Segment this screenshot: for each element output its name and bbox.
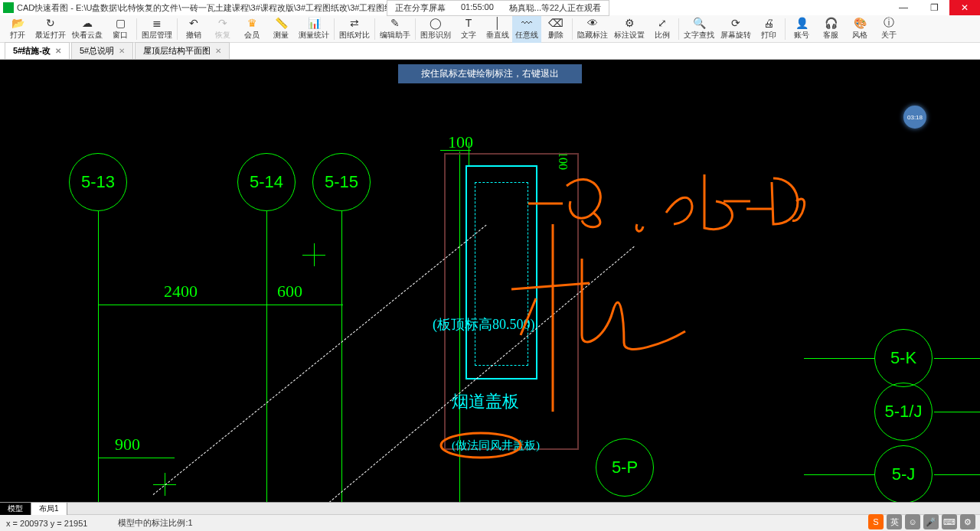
eraser-icon: ⌫ <box>549 18 563 28</box>
text-button[interactable]: T文字 <box>454 15 483 43</box>
share-status: 正在分享屏幕 <box>395 2 446 14</box>
tick <box>440 150 471 151</box>
close-icon[interactable]: ✕ <box>119 47 125 55</box>
cad-label: (做法同风井盖板) <box>452 438 540 453</box>
freeline-icon: 〰 <box>520 18 534 28</box>
layers-icon: ≣ <box>150 18 164 28</box>
cloud-icon: ☁ <box>80 18 94 28</box>
vline-icon: │ <box>491 18 505 28</box>
vline-button[interactable]: │垂直线 <box>483 15 512 43</box>
recent-button[interactable]: ↻最近打开 <box>32 15 69 43</box>
layout-tab[interactable]: 布局1 <box>31 503 67 515</box>
grid-line <box>98 211 99 502</box>
user-icon: 👤 <box>795 18 808 28</box>
hide-anno-button[interactable]: 👁隐藏标注 <box>574 15 611 43</box>
scale-info: 模型中的标注比例:1 <box>118 517 192 529</box>
grid-line <box>341 211 342 502</box>
mode-hint: 按住鼠标左键绘制标注，右键退出 <box>398 64 582 83</box>
edit-help-button[interactable]: ✎编辑助手 <box>377 15 413 43</box>
slab-opening <box>475 182 528 366</box>
undo-button[interactable]: ↶撤销 <box>179 15 208 43</box>
settings-icon: ⚙ <box>622 18 636 28</box>
compare-button[interactable]: ⇄图纸对比 <box>336 15 373 43</box>
headset-icon: 🎧 <box>824 18 838 28</box>
shape-rec-button[interactable]: ◯图形识别 <box>417 15 454 43</box>
grid-bubble: 5-14 <box>237 153 296 211</box>
shape-icon: ◯ <box>429 18 443 28</box>
grid-bubble: 5-1/J <box>874 383 933 441</box>
share-viewers: 杨真聪...等22人正在观看 <box>509 2 601 14</box>
main-toolbar: 📂打开 ↻最近打开 ☁快看云盘 ▢窗口 ≣图层管理 ↶撤销 ↷恢复 ♛会员 📏测… <box>0 15 980 43</box>
cad-label: 烟道盖板 <box>452 390 519 413</box>
ime-sogou-icon[interactable]: S <box>868 514 884 529</box>
dim-value: 900 <box>115 435 140 454</box>
minimize-button[interactable]: — <box>888 0 919 15</box>
about-button[interactable]: ⓘ关于 <box>874 15 903 43</box>
compare-icon: ⇄ <box>348 18 361 28</box>
print-button[interactable]: 🖨打印 <box>754 15 783 43</box>
ime-emoji-icon[interactable]: ☺ <box>905 514 920 529</box>
drawing-canvas[interactable]: 按住鼠标左键绘制标注，右键退出 03:18 5-13 5-14 5-15 5-K… <box>0 60 980 502</box>
anyline-button[interactable]: 〰任意线 <box>512 15 541 43</box>
close-icon[interactable]: ✕ <box>55 47 61 55</box>
rotate-button[interactable]: ⟳屏幕旋转 <box>717 15 754 43</box>
tab-3[interactable]: 屋顶层结构平面图✕ <box>135 42 230 59</box>
ratio-icon: ⤢ <box>655 18 669 28</box>
vip-button[interactable]: ♛会员 <box>237 15 266 43</box>
maximize-button[interactable]: ❐ <box>919 0 949 15</box>
cross-mark <box>302 243 325 266</box>
grid-line <box>266 211 267 502</box>
cloud-button[interactable]: ☁快看云盘 <box>69 15 106 43</box>
grid-line <box>804 358 874 359</box>
close-icon[interactable]: ✕ <box>215 47 221 55</box>
grid-bubble: 5-P <box>596 438 654 497</box>
ime-settings-icon[interactable]: ⚙ <box>960 514 975 529</box>
style-button[interactable]: 🎨风格 <box>845 15 874 43</box>
anno-set-button[interactable]: ⚙标注设置 <box>611 15 648 43</box>
hide-icon: 👁 <box>586 18 599 28</box>
info-icon: ⓘ <box>882 18 896 28</box>
measure-button[interactable]: 📏测量 <box>266 15 296 43</box>
layer-button[interactable]: ≣图层管理 <box>139 15 175 43</box>
text-icon: T <box>462 18 475 28</box>
model-tab[interactable]: 模型 <box>0 503 31 515</box>
grid-line <box>804 474 874 475</box>
redo-button[interactable]: ↷恢复 <box>208 15 237 43</box>
undo-icon: ↶ <box>187 18 201 28</box>
dim-line <box>98 305 343 305</box>
edit-icon: ✎ <box>388 18 402 28</box>
ime-toolbar[interactable]: S 英 ☺ 🎤 ⌨ ⚙ <box>868 514 975 529</box>
stats-icon: 📊 <box>307 18 321 28</box>
history-icon: ↻ <box>44 18 57 28</box>
window-icon: ▢ <box>113 18 127 28</box>
ime-voice-icon[interactable]: 🎤 <box>923 514 939 529</box>
ime-lang-button[interactable]: 英 <box>887 514 902 529</box>
window-controls: — ❐ ✕ <box>888 0 980 15</box>
window-button[interactable]: ▢窗口 <box>106 15 135 43</box>
rotate-icon: ⟳ <box>729 18 743 28</box>
palette-icon: 🎨 <box>853 18 867 28</box>
ratio-button[interactable]: ⤢比例 <box>648 15 677 43</box>
tab-1[interactable]: 5#结施-改✕ <box>5 42 70 59</box>
account-button[interactable]: 👤账号 <box>787 15 816 43</box>
text-search-button[interactable]: 🔍文字查找 <box>681 15 717 43</box>
close-button[interactable]: ✕ <box>949 0 980 15</box>
grid-line <box>934 358 980 359</box>
screen-share-banner: 正在分享屏幕 01:55:00 杨真聪...等22人正在观看 <box>387 0 609 16</box>
ime-keyboard-icon[interactable]: ⌨ <box>942 514 957 529</box>
tab-2[interactable]: 5#总说明✕ <box>71 42 133 59</box>
window-title: CAD快速看图 - E:\U盘数据\比特恢复的文件\一砖一瓦土建课程\3#课程改… <box>17 2 403 14</box>
grid-bubble: 5-15 <box>312 153 371 211</box>
app-icon <box>3 2 14 13</box>
share-time: 01:55:00 <box>461 2 494 14</box>
measure-stat-button[interactable]: 📊测量统计 <box>296 15 332 43</box>
search-icon: 🔍 <box>692 18 706 28</box>
service-button[interactable]: 🎧客服 <box>816 15 845 43</box>
grid-line <box>934 474 980 475</box>
open-button[interactable]: 📂打开 <box>3 15 32 43</box>
print-icon: 🖨 <box>762 18 776 28</box>
tick <box>469 142 469 165</box>
delete-button[interactable]: ⌫删除 <box>541 15 570 43</box>
grid-bubble: 5-13 <box>69 153 127 211</box>
dim-value: 600 <box>277 282 302 301</box>
